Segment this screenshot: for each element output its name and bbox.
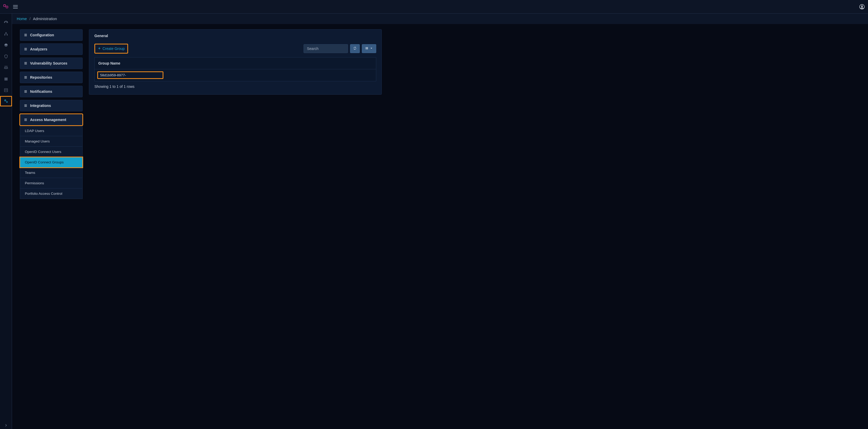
sidebar-icon-reports[interactable]	[0, 85, 12, 96]
nav-integrations[interactable]: Integrations	[20, 100, 83, 111]
svg-rect-14	[366, 47, 368, 48]
list-icon	[24, 47, 27, 51]
nav-notifications[interactable]: Notifications	[20, 86, 83, 97]
table-footer-text: Showing 1 to 1 of 1 rows	[94, 85, 376, 89]
sidebar-icon-policy[interactable]	[0, 73, 12, 85]
table-toolbar: Create Group	[94, 44, 376, 54]
svg-rect-0	[4, 4, 5, 6]
caret-down-icon	[370, 47, 373, 51]
nav-label: Integrations	[30, 103, 51, 108]
subnav-portfolio-access[interactable]: Portfolio Access Control	[20, 188, 83, 199]
svg-point-3	[861, 5, 863, 7]
svg-rect-10	[4, 89, 8, 92]
svg-rect-4	[5, 32, 6, 33]
list-icon	[24, 61, 27, 65]
list-icon	[24, 33, 27, 37]
svg-rect-15	[366, 48, 366, 49]
group-name-value: 58d1b959-8977-	[100, 73, 126, 77]
nav-label: Analyzers	[30, 47, 47, 51]
search-input[interactable]	[304, 44, 348, 53]
admin-nav-panel: Configuration Analyzers Vulnerability So…	[20, 29, 83, 424]
subnav-teams[interactable]: Teams	[20, 167, 83, 178]
svg-rect-1	[6, 6, 8, 8]
list-icon	[24, 118, 27, 122]
subnav-openid-groups[interactable]: OpenID Connect Groups	[20, 157, 83, 167]
content-panel: General Create Group	[89, 29, 382, 424]
user-menu-icon[interactable]	[859, 4, 865, 10]
subnav-managed-users[interactable]: Managed Users	[20, 136, 83, 147]
groups-table: Group Name 58d1b959-8977-	[94, 57, 376, 81]
svg-rect-7	[4, 78, 8, 79]
sidebar-expand-icon[interactable]	[0, 423, 12, 427]
nav-label: Notifications	[30, 89, 52, 94]
group-name-cell: 58d1b959-8977-	[97, 71, 163, 79]
sidebar-icon-projects[interactable]	[0, 29, 12, 39]
svg-rect-16	[366, 48, 368, 49]
create-group-button[interactable]: Create Group	[94, 44, 128, 54]
nav-access-management[interactable]: Access Management	[20, 114, 83, 125]
list-icon	[24, 90, 27, 93]
table-row[interactable]: 58d1b959-8977-	[95, 69, 376, 81]
sidebar-icon-dashboard[interactable]	[0, 17, 12, 28]
sidebar-icon-licenses[interactable]	[0, 62, 12, 73]
sidebar-icon-administration[interactable]	[0, 96, 12, 106]
plus-icon	[98, 47, 101, 51]
subnav-openid-users[interactable]: OpenID Connect Users	[20, 147, 83, 157]
breadcrumb-home-link[interactable]: Home	[17, 17, 27, 21]
svg-rect-6	[7, 34, 8, 35]
list-icon	[24, 75, 27, 79]
svg-rect-18	[366, 49, 368, 50]
list-icon	[24, 104, 27, 108]
svg-rect-8	[4, 79, 8, 79]
top-bar	[0, 0, 868, 13]
create-group-label: Create Group	[102, 47, 125, 51]
nav-label: Access Management	[30, 118, 66, 122]
list-icon	[365, 47, 368, 51]
column-header-group-name[interactable]: Group Name	[95, 58, 376, 69]
svg-rect-13	[366, 47, 366, 48]
breadcrumb: Home / Administration	[12, 13, 868, 24]
nav-analyzers[interactable]: Analyzers	[20, 43, 83, 55]
top-bar-left	[3, 4, 18, 10]
sidebar-icon-components[interactable]	[0, 40, 12, 51]
nav-vulnerability-sources[interactable]: Vulnerability Sources	[20, 58, 83, 69]
sidebar-icon-vulnerabilities[interactable]	[0, 51, 12, 62]
app-logo[interactable]	[3, 4, 9, 10]
nav-label: Vulnerability Sources	[30, 61, 67, 65]
hamburger-icon[interactable]	[12, 4, 18, 10]
subnav-ldap-users[interactable]: LDAP Users	[20, 125, 83, 136]
nav-repositories[interactable]: Repositories	[20, 72, 83, 83]
panel-title: General	[89, 30, 381, 42]
refresh-icon	[353, 47, 356, 51]
columns-button[interactable]	[362, 44, 376, 53]
svg-rect-5	[4, 34, 5, 35]
icon-sidebar	[0, 13, 12, 429]
svg-rect-17	[366, 49, 366, 50]
svg-rect-9	[4, 80, 8, 80]
refresh-button[interactable]	[350, 44, 360, 53]
nav-label: Repositories	[30, 75, 52, 80]
nav-label: Configuration	[30, 33, 54, 37]
breadcrumb-current: Administration	[33, 17, 57, 21]
access-management-submenu: LDAP Users Managed Users OpenID Connect …	[20, 125, 83, 199]
nav-configuration[interactable]: Configuration	[20, 29, 83, 41]
breadcrumb-separator: /	[30, 17, 31, 21]
subnav-permissions[interactable]: Permissions	[20, 178, 83, 188]
